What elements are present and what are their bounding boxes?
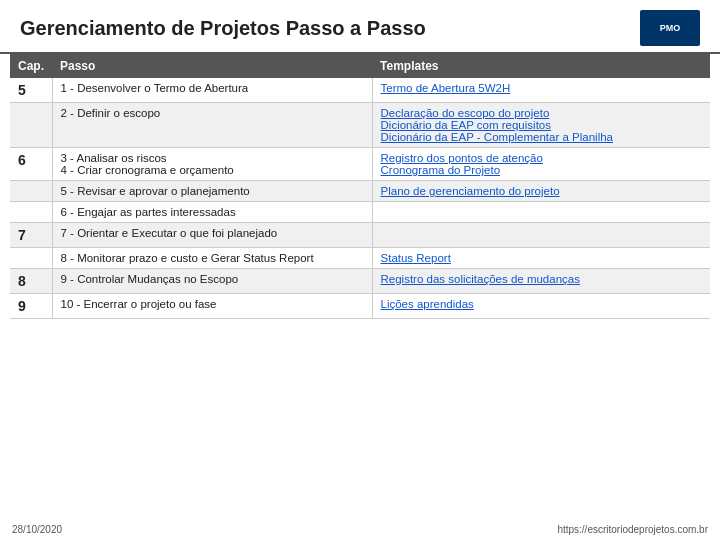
passo-cell: 2 - Definir o escopo — [52, 103, 372, 148]
pmo-logo: PMO — [640, 10, 700, 46]
passo-cell: 7 - Orientar e Executar o que foi planej… — [52, 223, 372, 248]
table-container: Cap. Passo Templates 51 - Desenvolver o … — [0, 54, 720, 319]
col-templates: Templates — [372, 54, 710, 78]
footer-url: https://escritoriodeprojetos.com.br — [557, 524, 708, 535]
table-row: 8 - Monitorar prazo e custo e Gerar Stat… — [10, 248, 710, 269]
passo-cell: 6 - Engajar as partes interessadas — [52, 202, 372, 223]
page-title: Gerenciamento de Projetos Passo a Passo — [20, 17, 426, 40]
table-row: 63 - Analisar os riscos4 - Criar cronogr… — [10, 148, 710, 181]
passo-cell: 5 - Revisar e aprovar o planejamento — [52, 181, 372, 202]
table-row: 910 - Encerrar o projeto ou faseLições a… — [10, 294, 710, 319]
cap-cell: 8 — [10, 269, 52, 294]
templates-cell[interactable]: Termo de Abertura 5W2H — [372, 78, 710, 103]
cap-cell — [10, 181, 52, 202]
table-row: 77 - Orientar e Executar o que foi plane… — [10, 223, 710, 248]
cap-cell: 7 — [10, 223, 52, 248]
table-row: 2 - Definir o escopoDeclaração do escopo… — [10, 103, 710, 148]
header: Gerenciamento de Projetos Passo a Passo … — [0, 0, 720, 54]
table-row: 51 - Desenvolver o Termo de AberturaTerm… — [10, 78, 710, 103]
passo-cell: 10 - Encerrar o projeto ou fase — [52, 294, 372, 319]
templates-cell[interactable]: Plano de gerenciamento do projeto — [372, 181, 710, 202]
templates-cell[interactable]: Lições aprendidas — [372, 294, 710, 319]
templates-cell[interactable]: Declaração do escopo do projetoDicionári… — [372, 103, 710, 148]
passo-cell: 9 - Controlar Mudanças no Escopo — [52, 269, 372, 294]
templates-cell[interactable]: Registro dos pontos de atençãoCronograma… — [372, 148, 710, 181]
cap-cell — [10, 103, 52, 148]
table-header-row: Cap. Passo Templates — [10, 54, 710, 78]
templates-cell[interactable] — [372, 202, 710, 223]
passo-cell: 1 - Desenvolver o Termo de Abertura — [52, 78, 372, 103]
cap-cell: 5 — [10, 78, 52, 103]
cap-cell — [10, 202, 52, 223]
table-row: 89 - Controlar Mudanças no EscopoRegistr… — [10, 269, 710, 294]
table-row: 5 - Revisar e aprovar o planejamentoPlan… — [10, 181, 710, 202]
templates-cell[interactable]: Registro das solicitações de mudanças — [372, 269, 710, 294]
footer-date: 28/10/2020 — [12, 524, 62, 535]
cap-cell: 6 — [10, 148, 52, 181]
table-row: 6 - Engajar as partes interessadas — [10, 202, 710, 223]
passo-cell: 3 - Analisar os riscos4 - Criar cronogra… — [52, 148, 372, 181]
cap-cell — [10, 248, 52, 269]
col-passo: Passo — [52, 54, 372, 78]
templates-cell[interactable]: Status Report — [372, 248, 710, 269]
col-cap: Cap. — [10, 54, 52, 78]
footer: 28/10/2020 https://escritoriodeprojetos.… — [0, 519, 720, 540]
cap-cell: 9 — [10, 294, 52, 319]
passo-cell: 8 - Monitorar prazo e custo e Gerar Stat… — [52, 248, 372, 269]
main-table: Cap. Passo Templates 51 - Desenvolver o … — [10, 54, 710, 319]
templates-cell[interactable] — [372, 223, 710, 248]
